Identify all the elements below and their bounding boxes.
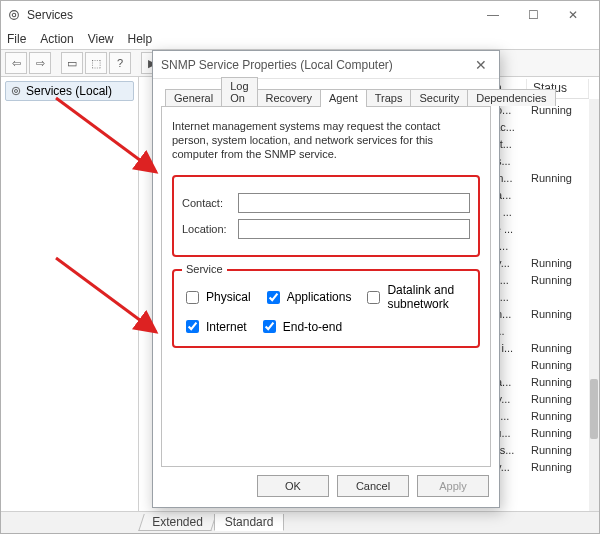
- tab-logon[interactable]: Log On: [221, 77, 257, 106]
- menu-help[interactable]: Help: [128, 32, 153, 46]
- contact-input[interactable]: [238, 193, 470, 213]
- tab-general[interactable]: General: [165, 89, 222, 106]
- apply-button[interactable]: Apply: [417, 475, 489, 497]
- tab-extended[interactable]: Extended: [138, 514, 216, 531]
- dialog-buttons: OK Cancel Apply: [257, 475, 489, 497]
- vertical-scrollbar[interactable]: [589, 99, 599, 511]
- titlebar: Services — ☐ ✕: [1, 1, 599, 29]
- show-hide-button[interactable]: ▭: [61, 52, 83, 74]
- svg-point-1: [12, 13, 16, 17]
- snmp-properties-dialog: SNMP Service Properties (Local Computer)…: [152, 50, 500, 508]
- physical-checkbox[interactable]: Physical: [182, 288, 251, 307]
- bottom-tabs: Extended Standard: [141, 511, 284, 531]
- tab-recovery[interactable]: Recovery: [257, 89, 321, 106]
- tabstrip: General Log On Recovery Agent Traps Secu…: [161, 85, 491, 107]
- service-group: Service Physical Applications Datalink a…: [172, 269, 480, 348]
- statusbar: [1, 511, 599, 533]
- menu-action[interactable]: Action: [40, 32, 73, 46]
- menu-view[interactable]: View: [88, 32, 114, 46]
- cancel-button[interactable]: Cancel: [337, 475, 409, 497]
- contact-label: Contact:: [182, 197, 238, 209]
- location-input[interactable]: [238, 219, 470, 239]
- help-button[interactable]: ?: [109, 52, 131, 74]
- intro-text: Internet management systems may request …: [172, 119, 480, 161]
- ok-button[interactable]: OK: [257, 475, 329, 497]
- endtoend-checkbox[interactable]: End-to-end: [259, 317, 342, 336]
- menu-file[interactable]: File: [7, 32, 26, 46]
- tab-content: Internet management systems may request …: [161, 107, 491, 467]
- tree-panel: Services (Local): [1, 77, 139, 511]
- minimize-button[interactable]: —: [473, 1, 513, 29]
- tab-agent[interactable]: Agent: [320, 89, 367, 107]
- close-button[interactable]: ✕: [553, 1, 593, 29]
- tab-traps[interactable]: Traps: [366, 89, 412, 106]
- dialog-titlebar: SNMP Service Properties (Local Computer)…: [153, 51, 499, 79]
- applications-checkbox[interactable]: Applications: [263, 288, 352, 307]
- export-button[interactable]: ⬚: [85, 52, 107, 74]
- dialog-title: SNMP Service Properties (Local Computer): [161, 58, 471, 72]
- gear-icon: [10, 85, 22, 97]
- maximize-button[interactable]: ☐: [513, 1, 553, 29]
- tab-standard[interactable]: Standard: [214, 514, 285, 531]
- location-label: Location:: [182, 223, 238, 235]
- tree-root[interactable]: Services (Local): [5, 81, 134, 101]
- tab-security[interactable]: Security: [410, 89, 468, 106]
- svg-point-2: [12, 87, 20, 95]
- menubar: File Action View Help: [1, 29, 599, 49]
- back-button[interactable]: ⇦: [5, 52, 27, 74]
- service-legend: Service: [182, 263, 227, 275]
- scrollbar-thumb[interactable]: [590, 379, 598, 439]
- tree-root-label: Services (Local): [26, 84, 112, 98]
- forward-button[interactable]: ⇨: [29, 52, 51, 74]
- internet-checkbox[interactable]: Internet: [182, 317, 247, 336]
- gear-icon: [7, 8, 21, 22]
- tab-dependencies[interactable]: Dependencies: [467, 89, 555, 106]
- svg-point-0: [10, 11, 19, 20]
- svg-point-3: [15, 90, 18, 93]
- window-title: Services: [27, 8, 473, 22]
- contact-location-group: Contact: Location:: [172, 175, 480, 257]
- dialog-close-button[interactable]: ✕: [471, 57, 491, 73]
- datalink-checkbox[interactable]: Datalink and subnetwork: [363, 283, 470, 311]
